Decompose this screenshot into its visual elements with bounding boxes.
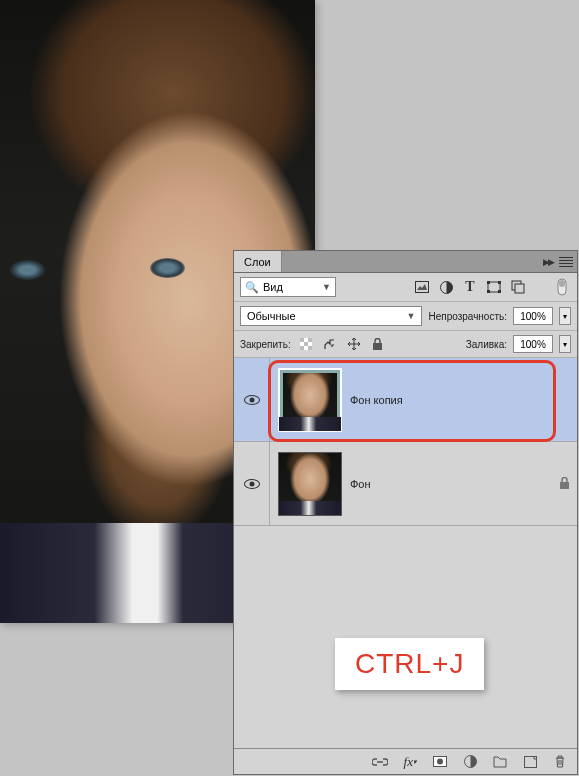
visibility-toggle[interactable] [234, 358, 270, 441]
lock-position-button[interactable] [345, 335, 363, 353]
fill-input[interactable]: 100% [513, 335, 553, 353]
svg-rect-16 [308, 346, 312, 350]
layer-thumbnail[interactable] [278, 368, 342, 432]
eye-icon [244, 479, 260, 489]
svg-rect-17 [373, 343, 382, 350]
fill-label: Заливка: [466, 339, 507, 350]
lock-transparency-button[interactable] [297, 335, 315, 353]
blend-mode-select[interactable]: Обычные ▼ [240, 306, 422, 326]
lock-image-button[interactable] [321, 335, 339, 353]
shortcut-hint: CTRL+J [335, 638, 484, 690]
opacity-dropdown[interactable]: ▾ [559, 307, 571, 325]
panel-tab-bar: Слои ▶▶ [234, 251, 577, 273]
svg-rect-12 [300, 338, 304, 342]
layer-style-button[interactable]: fx▾ [401, 753, 419, 771]
svg-rect-14 [304, 342, 308, 346]
layer-name[interactable]: Фон копия [350, 394, 551, 406]
layer-row[interactable]: Фон [234, 442, 577, 526]
layer-mask-button[interactable] [431, 753, 449, 771]
fill-dropdown[interactable]: ▾ [559, 335, 571, 353]
tab-layers[interactable]: Слои [234, 251, 282, 272]
svg-rect-15 [300, 346, 304, 350]
lock-row: Закрепить: Заливка: 100% ▾ [234, 331, 577, 358]
blend-mode-value: Обычные [247, 310, 296, 322]
svg-point-20 [437, 759, 443, 765]
layer-thumbnail[interactable] [278, 452, 342, 516]
svg-rect-5 [487, 290, 490, 293]
delete-layer-button[interactable] [551, 753, 569, 771]
layer-name[interactable]: Фон [350, 478, 551, 490]
svg-rect-0 [416, 282, 429, 293]
opacity-input[interactable]: 100% [513, 307, 553, 325]
chevron-down-icon: ▼ [322, 282, 331, 292]
shortcut-text: CTRL+J [355, 648, 464, 679]
lock-label: Закрепить: [240, 339, 291, 350]
new-layer-button[interactable] [521, 753, 539, 771]
filter-smartobject-icon[interactable] [509, 278, 527, 296]
lock-icon [559, 477, 570, 490]
visibility-toggle[interactable] [234, 442, 270, 525]
filter-shape-icon[interactable] [485, 278, 503, 296]
svg-rect-10 [559, 280, 565, 287]
search-icon: 🔍 [245, 281, 259, 294]
filter-pixel-icon[interactable] [413, 278, 431, 296]
filter-label: Вид [263, 281, 318, 293]
layers-panel: Слои ▶▶ 🔍 Вид ▼ T О [233, 250, 578, 775]
svg-rect-18 [560, 482, 569, 489]
filter-type-icon[interactable]: T [461, 278, 479, 296]
svg-rect-6 [498, 290, 501, 293]
adjustment-layer-button[interactable] [461, 753, 479, 771]
link-layers-button[interactable] [371, 753, 389, 771]
group-button[interactable] [491, 753, 509, 771]
svg-rect-13 [308, 338, 312, 342]
chevron-down-icon: ▼ [407, 311, 416, 321]
panel-footer: fx▾ [234, 748, 577, 774]
blend-row: Обычные ▼ Непрозрачность: 100% ▾ [234, 302, 577, 331]
filter-toggle-switch[interactable] [553, 278, 571, 296]
layer-lock-indicator [551, 477, 577, 490]
svg-rect-22 [524, 756, 536, 767]
opacity-value: 100% [520, 311, 546, 322]
filter-adjustment-icon[interactable] [437, 278, 455, 296]
lock-all-button[interactable] [369, 335, 387, 353]
fill-value: 100% [520, 339, 546, 350]
panel-menu-button[interactable]: ▶▶ [543, 257, 577, 267]
filter-row: 🔍 Вид ▼ T [234, 273, 577, 302]
svg-rect-3 [487, 281, 490, 284]
filter-type-select[interactable]: 🔍 Вид ▼ [240, 277, 336, 297]
tab-label: Слои [244, 256, 271, 268]
svg-rect-8 [515, 284, 524, 293]
layer-row[interactable]: Фон копия [234, 358, 577, 442]
opacity-label: Непрозрачность: [428, 311, 507, 322]
eye-icon [244, 395, 260, 405]
svg-rect-4 [498, 281, 501, 284]
menu-icon [559, 257, 573, 267]
collapse-icon: ▶▶ [543, 257, 553, 267]
